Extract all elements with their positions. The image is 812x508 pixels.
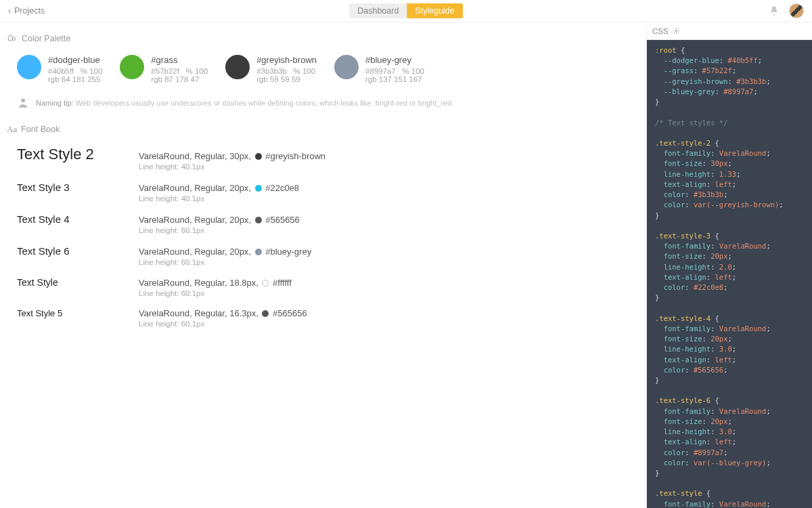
- text-style-color-dot: [262, 310, 269, 317]
- text-style-lineheight: Line height: 60.1px: [139, 226, 300, 234]
- text-style-color-dot: [255, 185, 262, 192]
- text-style-color-label: #greyish-brown: [265, 151, 325, 161]
- text-style-color-label: #22c0e8: [265, 183, 299, 193]
- swatch-hex: #40b5ff % 100: [48, 67, 102, 75]
- text-style-list: Text Style 2VarelaRound, Regular, 30px, …: [7, 146, 639, 328]
- topbar: ‹ Projects Dashboard Styleguide: [0, 0, 812, 22]
- css-code-output[interactable]: :root { --dodger-blue: #40b5ff; --grass:…: [647, 40, 812, 508]
- swatch-circle: [17, 55, 41, 79]
- notifications-icon[interactable]: [769, 5, 780, 16]
- text-style-sample: Text Style: [17, 277, 139, 288]
- user-avatar[interactable]: [789, 3, 804, 18]
- text-style-meta: VarelaRound, Regular, 30px, #greyish-bro…: [139, 151, 325, 171]
- panel-header: CSS: [647, 22, 812, 40]
- text-style-lineheight: Line height: 40.1px: [139, 194, 299, 203]
- text-style-color-label: #565656: [273, 308, 307, 318]
- color-swatch[interactable]: #bluey-grey#8997a7 % 100rgb 137 151 167: [334, 55, 424, 83]
- text-style-meta: VarelaRound, Regular, 20px, #22c0e8Line …: [139, 183, 299, 203]
- swatch-hex: #57b22f % 100: [151, 67, 208, 75]
- svg-point-0: [21, 98, 25, 102]
- text-style-lineheight: Line height: 60.1px: [139, 258, 311, 266]
- text-style-sample: Text Style 2: [17, 146, 139, 163]
- text-style-row[interactable]: Text Style 4VarelaRound, Regular, 20px, …: [17, 213, 639, 234]
- chevron-left-icon: ‹: [8, 6, 11, 16]
- tip-label: Naming tip:: [36, 99, 74, 107]
- swatch-rgb: rgb 59 59 59: [256, 75, 317, 83]
- tip-text: Web developers usually use underscores o…: [76, 99, 452, 107]
- tab-dashboard[interactable]: Dashboard: [349, 3, 407, 18]
- panel-lang-label[interactable]: CSS: [652, 27, 669, 35]
- view-switcher: Dashboard Styleguide: [349, 3, 463, 18]
- text-style-meta: VarelaRound, Regular, 20px, #565656Line …: [139, 215, 300, 234]
- text-style-lineheight: Line height: 60.1px: [139, 289, 292, 297]
- text-style-row[interactable]: Text Style 5VarelaRound, Regular, 16.3px…: [17, 308, 639, 328]
- text-style-meta: VarelaRound, Regular, 18.8px, #ffffffLin…: [139, 278, 292, 297]
- text-style-sample: Text Style 5: [17, 308, 139, 318]
- color-swatch[interactable]: #greyish-brown#3b3b3b % 100rgb 59 59 59: [225, 55, 317, 83]
- text-style-color-dot: [262, 280, 269, 287]
- back-to-projects-link[interactable]: ‹ Projects: [8, 6, 45, 16]
- palette-title: Color Palette: [22, 34, 70, 43]
- text-style-color-label: #ffffff: [273, 278, 292, 288]
- fontbook-section-header: Aa Font Book: [7, 124, 639, 135]
- swatch-hex: #3b3b3b % 100: [256, 67, 317, 75]
- text-style-row[interactable]: Text Style 2VarelaRound, Regular, 30px, …: [17, 146, 639, 171]
- naming-tip: Naming tip: Web developers usually use u…: [17, 97, 639, 109]
- back-label: Projects: [14, 6, 45, 16]
- text-style-color-dot: [255, 249, 262, 255]
- swatch-name: #dodger-blue: [48, 55, 102, 65]
- swatch-circle: [225, 55, 250, 79]
- droplets-icon: [7, 33, 18, 44]
- text-style-sample: Text Style 6: [17, 245, 139, 257]
- color-palette-list: #dodger-blue#40b5ff % 100rgb 64 181 255#…: [17, 55, 639, 83]
- text-style-color-dot: [255, 153, 262, 160]
- fontbook-title: Font Book: [21, 125, 60, 134]
- gear-icon[interactable]: [673, 27, 680, 35]
- text-style-color-label: #bluey-grey: [265, 247, 311, 257]
- swatch-rgb: rgb 137 151 167: [365, 75, 424, 83]
- swatch-hex: #8997a7 % 100: [365, 67, 424, 75]
- palette-section-header: Color Palette: [7, 33, 639, 44]
- styleguide-content: Color Palette #dodger-blue#40b5ff % 100r…: [0, 22, 646, 508]
- swatch-rgb: rgb 64 181 255: [48, 75, 102, 83]
- typography-icon: Aa: [7, 124, 17, 135]
- swatch-name: #greyish-brown: [256, 55, 317, 65]
- swatch-circle: [334, 55, 359, 79]
- text-style-meta: VarelaRound, Regular, 16.3px, #565656Lin…: [139, 308, 307, 328]
- swatch-name: #bluey-grey: [365, 55, 424, 65]
- text-style-sample: Text Style 3: [17, 182, 139, 193]
- text-style-sample: Text Style 4: [17, 213, 139, 225]
- text-style-row[interactable]: Text Style 3VarelaRound, Regular, 20px, …: [17, 182, 639, 203]
- text-style-lineheight: Line height: 60.1px: [139, 320, 307, 328]
- css-export-panel: CSS :root { --dodger-blue: #40b5ff; --gr…: [646, 22, 812, 508]
- tip-person-icon: [17, 97, 29, 109]
- swatch-circle: [120, 55, 144, 79]
- text-style-lineheight: Line height: 40.1px: [139, 163, 325, 171]
- swatch-rgb: rgb 87 178 47: [151, 75, 208, 83]
- text-style-color-dot: [255, 217, 262, 224]
- tab-styleguide[interactable]: Styleguide: [407, 3, 462, 18]
- text-style-meta: VarelaRound, Regular, 20px, #bluey-greyL…: [139, 247, 311, 266]
- svg-point-1: [675, 30, 677, 32]
- color-swatch[interactable]: #dodger-blue#40b5ff % 100rgb 64 181 255: [17, 55, 102, 83]
- text-style-row[interactable]: Text Style 6VarelaRound, Regular, 20px, …: [17, 245, 639, 266]
- text-style-color-label: #565656: [265, 215, 300, 225]
- color-swatch[interactable]: #grass#57b22f % 100rgb 87 178 47: [120, 55, 208, 83]
- swatch-name: #grass: [151, 55, 208, 65]
- text-style-row[interactable]: Text StyleVarelaRound, Regular, 18.8px, …: [17, 277, 639, 297]
